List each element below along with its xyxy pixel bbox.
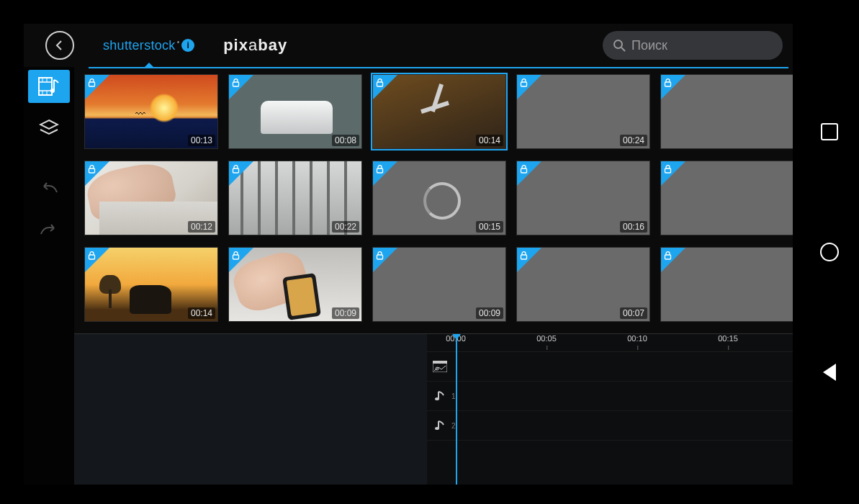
- search-placeholder: Поиск: [631, 38, 667, 53]
- lock-icon: [376, 163, 384, 176]
- android-recents-button[interactable]: [821, 123, 838, 140]
- ruler-tick: 00:10: [627, 334, 647, 343]
- clip-thumbnail[interactable]: 00:12: [84, 161, 218, 235]
- svg-rect-19: [665, 168, 671, 173]
- lock-icon: [664, 163, 672, 176]
- tab-pixabay-label: pixabay: [223, 36, 287, 55]
- clip-grid-scroll[interactable]: 〰00:1300:0800:1400:2400:1200:2200:1500:1…: [74, 67, 793, 333]
- svg-rect-24: [665, 255, 671, 259]
- svg-point-0: [614, 40, 622, 48]
- svg-rect-10: [89, 82, 95, 86]
- clip-thumbnail[interactable]: 00:24: [516, 74, 650, 149]
- undo-icon: [40, 182, 58, 195]
- svg-rect-14: [665, 82, 671, 86]
- chevron-left-icon: [54, 40, 66, 51]
- tab-shutterstock[interactable]: shutterstock• i: [89, 24, 209, 67]
- svg-line-1: [621, 48, 625, 51]
- clip-thumbnail[interactable]: [660, 161, 793, 235]
- clip-thumbnail[interactable]: [660, 247, 793, 322]
- timeline-tracks[interactable]: 00:0000:0500:1000:15 1: [427, 334, 793, 485]
- svg-rect-17: [377, 168, 383, 173]
- ruler-tick: 00:05: [536, 334, 557, 343]
- svg-rect-13: [521, 82, 527, 86]
- lock-icon: [520, 250, 528, 263]
- lock-icon: [88, 163, 96, 176]
- android-nav-bar: [804, 0, 855, 504]
- lock-icon: [232, 250, 240, 263]
- clip-thumbnail[interactable]: 00:09: [228, 247, 362, 322]
- lock-icon: [232, 163, 240, 176]
- lock-icon: [664, 250, 672, 263]
- clip-thumbnail[interactable]: 00:22: [228, 161, 362, 235]
- video-track-icon: [433, 361, 447, 372]
- sidebar-redo[interactable]: [28, 214, 70, 247]
- svg-rect-20: [89, 255, 95, 259]
- track-audio-1[interactable]: 1: [427, 382, 793, 411]
- playhead[interactable]: [456, 334, 457, 485]
- clip-duration: 00:14: [476, 135, 503, 146]
- svg-rect-16: [233, 168, 239, 173]
- clip-thumbnail[interactable]: 00:16: [516, 161, 650, 235]
- music-note-icon: [434, 390, 446, 402]
- clip-duration: 00:15: [476, 221, 503, 233]
- svg-rect-23: [521, 255, 527, 259]
- svg-rect-26: [433, 361, 447, 364]
- app-window: shutterstock• i pixabay Поиск: [24, 24, 793, 485]
- clip-duration: 00:16: [620, 221, 647, 233]
- android-home-button[interactable]: [820, 243, 839, 261]
- clip-thumbnail[interactable]: 〰00:13: [84, 74, 218, 149]
- redo-icon: [40, 224, 58, 237]
- lock-icon: [88, 77, 96, 90]
- tabs-underline: [89, 67, 788, 68]
- clip-thumbnail[interactable]: 00:09: [372, 247, 506, 322]
- layers-icon: [39, 119, 59, 138]
- clip-duration: 00:07: [620, 307, 647, 319]
- clip-duration: 00:14: [188, 307, 215, 319]
- svg-point-9: [50, 89, 55, 93]
- clip-thumbnail[interactable]: 00:08: [228, 74, 362, 149]
- clip-thumbnail[interactable]: 00:14: [84, 247, 218, 322]
- back-button[interactable]: [45, 31, 74, 60]
- clip-thumbnail[interactable]: 00:14: [372, 74, 506, 149]
- lock-icon: [88, 250, 96, 263]
- content-area: 〰00:1300:0800:1400:2400:1200:2200:1500:1…: [74, 67, 793, 485]
- svg-point-28: [435, 397, 439, 400]
- clip-duration: 00:09: [332, 307, 359, 319]
- music-note-icon: [434, 420, 446, 431]
- clip-duration: 00:22: [332, 221, 359, 233]
- track-audio-2[interactable]: 2: [427, 411, 793, 441]
- sidebar-undo[interactable]: [28, 172, 70, 205]
- svg-rect-22: [377, 255, 383, 259]
- search-icon: [613, 39, 626, 52]
- ruler-tick: 00:15: [718, 334, 738, 343]
- svg-rect-2: [39, 78, 52, 95]
- timeline-ruler[interactable]: 00:0000:0500:1000:15: [427, 334, 793, 352]
- clip-duration: 00:13: [188, 135, 215, 146]
- track-number-1: 1: [451, 392, 456, 400]
- sidebar-layers[interactable]: [28, 112, 70, 145]
- svg-rect-11: [233, 82, 239, 86]
- info-icon[interactable]: i: [181, 39, 194, 52]
- clip-duration: 00:09: [476, 307, 503, 319]
- clip-duration: 00:08: [332, 135, 359, 146]
- lock-icon: [376, 250, 384, 263]
- clip-thumbnail[interactable]: [660, 74, 793, 149]
- svg-rect-18: [521, 168, 527, 173]
- search-input[interactable]: Поиск: [603, 31, 783, 60]
- tab-shutterstock-label: shutterstock: [103, 38, 176, 53]
- lock-icon: [232, 77, 240, 90]
- trademark-icon: •: [177, 38, 179, 46]
- sidebar-media-music[interactable]: [28, 70, 70, 103]
- clip-duration: 00:24: [620, 135, 647, 146]
- svg-rect-12: [377, 82, 383, 86]
- clip-thumbnail[interactable]: 00:15: [372, 161, 506, 235]
- clip-duration: 00:12: [188, 221, 215, 233]
- svg-rect-21: [233, 255, 239, 259]
- track-number-2: 2: [451, 422, 456, 430]
- android-back-button[interactable]: [823, 364, 836, 381]
- tab-pixabay[interactable]: pixabay: [209, 24, 302, 67]
- lock-icon: [520, 163, 528, 176]
- clip-thumbnail[interactable]: 00:07: [516, 247, 650, 322]
- timeline: 00:0000:0500:1000:15 1: [74, 333, 793, 485]
- track-video[interactable]: [427, 352, 793, 382]
